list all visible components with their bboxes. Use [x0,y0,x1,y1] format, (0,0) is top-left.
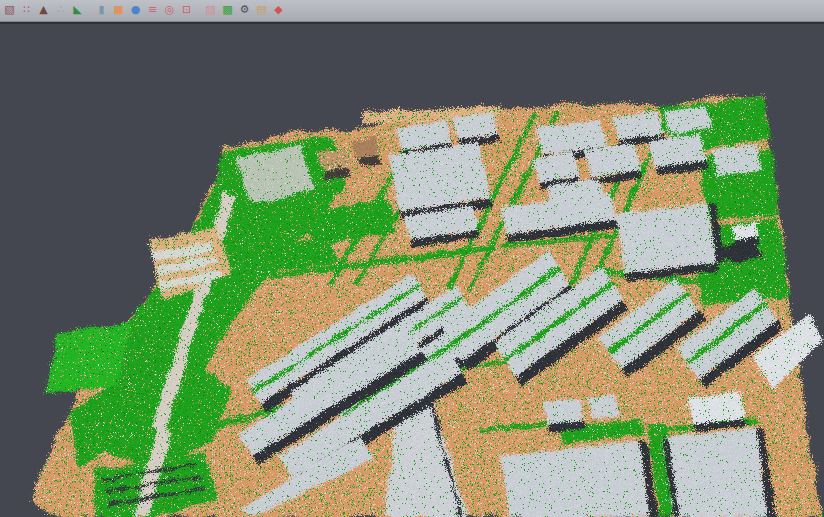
bounding-box-icon[interactable]: ⊡ [180,4,193,17]
report-icon[interactable]: ▤ [255,4,268,17]
clip-region-icon[interactable]: ▧ [3,4,16,17]
classification-map-icon[interactable]: ▩ [221,4,234,17]
mask-region-icon[interactable]: ▨ [204,4,217,17]
orthophoto-icon[interactable]: ■ [112,4,125,17]
dense-cloud-icon[interactable]: ◣ [71,4,84,17]
point-classes-icon[interactable]: ∷ [20,4,33,17]
height-field-icon[interactable]: ▮ [95,4,108,17]
sparse-cloud-icon[interactable]: ∴ [54,4,67,17]
terrain-model-icon[interactable]: ▲ [37,4,50,17]
settings-gear-icon[interactable]: ⚙ [238,4,251,17]
contour-lines-icon[interactable]: ≡ [146,4,159,17]
flag-marker-icon[interactable]: ◆ [272,4,285,17]
viewport-3d[interactable] [0,22,824,517]
target-marker-icon[interactable]: ◎ [163,4,176,17]
point-cloud-scene [0,24,824,517]
toolbar: ▧∷▲∴◣▮■●≡◎⊡▨▩⚙▤◆ [0,0,824,22]
globe-icon[interactable]: ● [129,4,142,17]
